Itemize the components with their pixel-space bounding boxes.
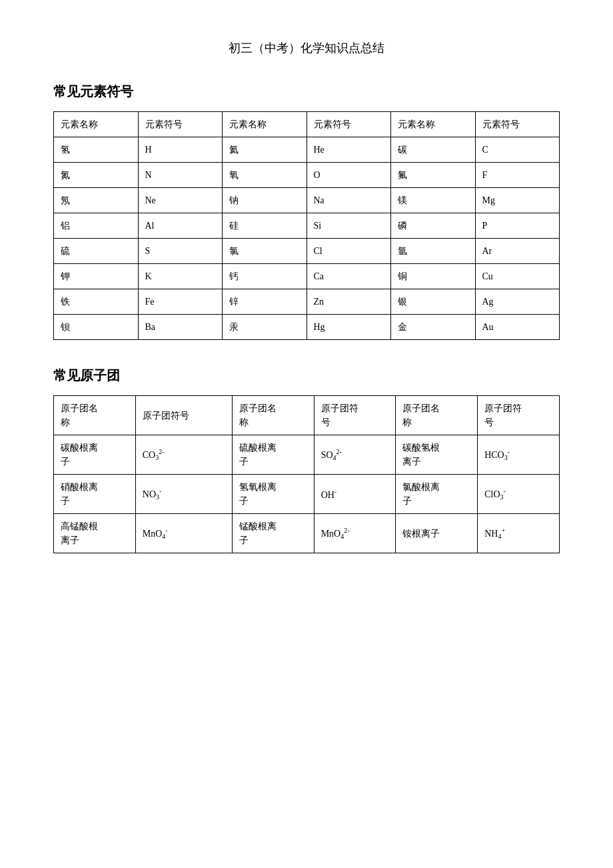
element-name: 钡 xyxy=(54,315,139,340)
radical-symbol: MnO4- xyxy=(135,514,232,553)
table-row: 铝 Al 硅 Si 磷 P xyxy=(54,213,560,239)
radical-name: 碳酸氢根离子 xyxy=(396,435,478,475)
radical-symbol: OH- xyxy=(314,475,396,514)
section-elements: 常见元素符号 元素名称 元素符号 元素名称 元素符号 元素名称 元素符号 氢 H… xyxy=(53,83,560,340)
radical-symbol: NO3- xyxy=(135,475,232,514)
element-symbol: Na xyxy=(306,188,391,213)
element-symbol: Ba xyxy=(138,315,223,340)
element-symbol: F xyxy=(475,163,560,188)
table-row: 钾 K 钙 Ca 铜 Cu xyxy=(54,264,560,289)
table-row: 碳酸根离子 CO32- 硫酸根离子 SO42- 碳酸氢根离子 HCO3- xyxy=(54,435,560,475)
radical-symbol: MnO42- xyxy=(314,514,396,553)
element-symbol: S xyxy=(138,239,223,264)
table-row: 钡 Ba 汞 Hg 金 Au xyxy=(54,315,560,340)
radical-symbol: HCO3- xyxy=(478,435,560,475)
table-row: 氖 Ne 钠 Na 镁 Mg xyxy=(54,188,560,213)
table-row: 氮 N 氧 O 氟 F xyxy=(54,163,560,188)
radical-header-name3: 原子团名称 xyxy=(396,396,478,435)
element-symbol: Ag xyxy=(475,289,560,315)
element-name: 汞 xyxy=(223,315,307,340)
radical-name: 高锰酸根离子 xyxy=(54,514,136,553)
element-name: 铁 xyxy=(54,289,139,315)
element-name: 氢 xyxy=(54,137,139,163)
element-symbol: Au xyxy=(475,315,560,340)
element-name: 金 xyxy=(391,315,476,340)
radical-header-sym2: 原子团符号 xyxy=(314,396,396,435)
section-radicals: 常见原子团 原子团名称 原子团符号 原子团名称 原子团符号 原子团名称 原子团符… xyxy=(53,367,560,553)
radical-name: 硫酸根离子 xyxy=(232,435,314,475)
element-symbol: He xyxy=(306,137,391,163)
table-row: 氢 H 氦 He 碳 C xyxy=(54,137,560,163)
page-title: 初三（中考）化学知识点总结 xyxy=(53,40,560,56)
section-radicals-title: 常见原子团 xyxy=(53,367,560,385)
header-col4: 元素符号 xyxy=(306,112,391,137)
element-symbol: P xyxy=(475,213,560,239)
header-col1: 元素名称 xyxy=(54,112,139,137)
table-row: 硫 S 氯 Cl 氩 Ar xyxy=(54,239,560,264)
header-col3: 元素名称 xyxy=(223,112,307,137)
element-symbol: O xyxy=(306,163,391,188)
element-name: 铝 xyxy=(54,213,139,239)
element-name: 银 xyxy=(391,289,476,315)
element-symbol: K xyxy=(138,264,223,289)
radical-name: 碳酸根离子 xyxy=(54,435,136,475)
table-row: 高锰酸根离子 MnO4- 锰酸根离子 MnO42- 铵根离子 NH4+ xyxy=(54,514,560,553)
table-row: 铁 Fe 锌 Zn 银 Ag xyxy=(54,289,560,315)
elements-table: 元素名称 元素符号 元素名称 元素符号 元素名称 元素符号 氢 H 氦 He 碳… xyxy=(53,111,560,340)
element-name: 锌 xyxy=(223,289,307,315)
element-symbol: Cu xyxy=(475,264,560,289)
element-name: 碳 xyxy=(391,137,476,163)
element-symbol: C xyxy=(475,137,560,163)
element-name: 钠 xyxy=(223,188,307,213)
element-symbol: Ar xyxy=(475,239,560,264)
element-name: 氟 xyxy=(391,163,476,188)
radical-header-name2: 原子团名称 xyxy=(232,396,314,435)
element-symbol: Cl xyxy=(306,239,391,264)
radical-name: 锰酸根离子 xyxy=(232,514,314,553)
element-name: 氮 xyxy=(54,163,139,188)
element-name: 硫 xyxy=(54,239,139,264)
element-name: 镁 xyxy=(391,188,476,213)
element-symbol: H xyxy=(138,137,223,163)
radical-header-sym1: 原子团符号 xyxy=(135,396,232,435)
element-name: 氖 xyxy=(54,188,139,213)
radical-name: 铵根离子 xyxy=(396,514,478,553)
radical-name: 氯酸根离子 xyxy=(396,475,478,514)
element-symbol: Hg xyxy=(306,315,391,340)
element-symbol: Si xyxy=(306,213,391,239)
header-col2: 元素符号 xyxy=(138,112,223,137)
element-name: 钾 xyxy=(54,264,139,289)
radical-name: 氢氧根离子 xyxy=(232,475,314,514)
element-name: 氧 xyxy=(223,163,307,188)
radical-header-name1: 原子团名称 xyxy=(54,396,136,435)
element-name: 硅 xyxy=(223,213,307,239)
element-name: 氩 xyxy=(391,239,476,264)
element-name: 钙 xyxy=(223,264,307,289)
radicals-table: 原子团名称 原子团符号 原子团名称 原子团符号 原子团名称 原子团符号 碳酸根离… xyxy=(53,395,560,553)
element-name: 氯 xyxy=(223,239,307,264)
element-name: 铜 xyxy=(391,264,476,289)
element-symbol: Mg xyxy=(475,188,560,213)
element-symbol: Al xyxy=(138,213,223,239)
element-symbol: Fe xyxy=(138,289,223,315)
header-col5: 元素名称 xyxy=(391,112,476,137)
element-symbol: Ca xyxy=(306,264,391,289)
radical-symbol: ClO3- xyxy=(478,475,560,514)
radical-header-sym3: 原子团符号 xyxy=(478,396,560,435)
element-symbol: N xyxy=(138,163,223,188)
section-elements-title: 常见元素符号 xyxy=(53,83,560,101)
element-symbol: Zn xyxy=(306,289,391,315)
radical-symbol: SO42- xyxy=(314,435,396,475)
header-col6: 元素符号 xyxy=(475,112,560,137)
table-header-row: 原子团名称 原子团符号 原子团名称 原子团符号 原子团名称 原子团符号 xyxy=(54,396,560,435)
element-name: 氦 xyxy=(223,137,307,163)
radical-symbol: NH4+ xyxy=(478,514,560,553)
radical-symbol: CO32- xyxy=(135,435,232,475)
table-row: 硝酸根离子 NO3- 氢氧根离子 OH- 氯酸根离子 ClO3- xyxy=(54,475,560,514)
element-symbol: Ne xyxy=(138,188,223,213)
element-name: 磷 xyxy=(391,213,476,239)
radical-name: 硝酸根离子 xyxy=(54,475,136,514)
